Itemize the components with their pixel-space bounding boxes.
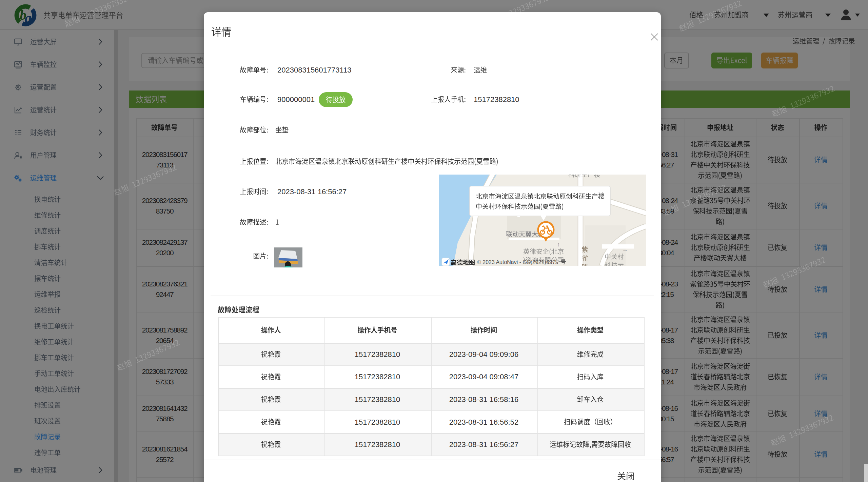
svg-text:↑: ↑ [557, 241, 560, 248]
svg-text:→: → [622, 246, 628, 253]
svg-text:↓: ↓ [558, 203, 561, 209]
svg-text:© 2023 AutoNavi - GS(2021)6375: © 2023 AutoNavi - GS(2021)6375 [477, 259, 558, 265]
